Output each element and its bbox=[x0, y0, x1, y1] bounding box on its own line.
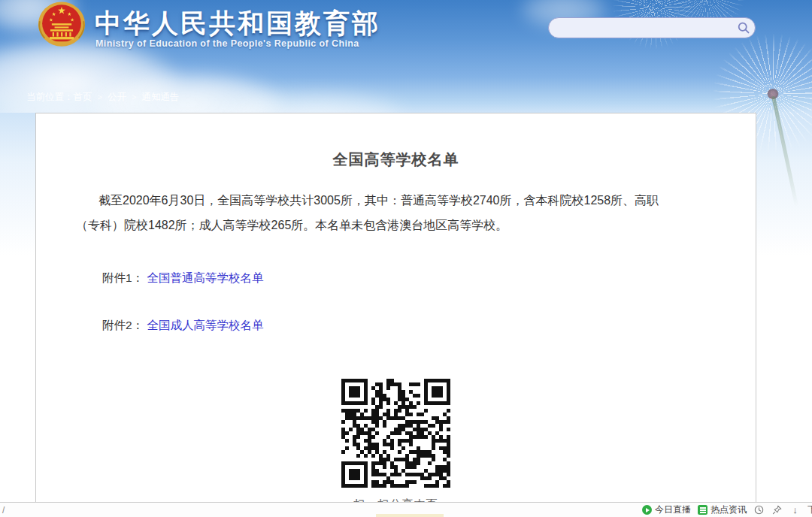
search-box bbox=[548, 17, 756, 38]
news-icon bbox=[698, 505, 707, 515]
attachment-row: 附件2： 全国成人高等学校名单 bbox=[102, 318, 756, 334]
pin-icon[interactable] bbox=[771, 504, 783, 515]
live-broadcast-label: 今日直播 bbox=[655, 503, 691, 516]
breadcrumb-separator: > bbox=[132, 92, 136, 101]
status-bar-tools: 今日直播 热点资讯 ↓ 下 bbox=[642, 503, 812, 516]
breadcrumb-link-public[interactable]: 公开 bbox=[108, 92, 126, 102]
breadcrumb: 当前位置：首页>公开>通知通告 bbox=[26, 91, 179, 104]
breadcrumb-separator: > bbox=[98, 92, 102, 101]
page: { "header": { "site_title": "中华人民共和国教育部"… bbox=[0, 0, 812, 517]
site-subtitle: Ministry of Education of the People's Re… bbox=[95, 38, 359, 49]
qr-block bbox=[36, 377, 756, 493]
live-broadcast-button[interactable]: 今日直播 bbox=[642, 503, 691, 516]
attachment-label: 附件1： bbox=[102, 271, 144, 284]
article-body-line: （专科）院校1482所；成人高等学校265所。本名单未包含港澳台地区高等学校。 bbox=[76, 213, 739, 237]
hot-news-label: 热点资讯 bbox=[710, 503, 747, 516]
history-icon[interactable] bbox=[753, 504, 765, 515]
status-strip-decoration bbox=[376, 514, 444, 517]
search-icon bbox=[737, 21, 750, 35]
live-play-icon bbox=[642, 505, 652, 515]
status-url-text: / bbox=[2, 505, 5, 515]
qr-code bbox=[340, 377, 453, 490]
site-title: 中华人民共和国教育部 bbox=[95, 6, 380, 41]
article-body: 截至2020年6月30日，全国高等学校共计3005所，其中：普通高等学校2740… bbox=[76, 188, 739, 237]
breadcrumb-link-notices[interactable]: 通知通告 bbox=[141, 92, 179, 102]
national-emblem-icon bbox=[36, 2, 87, 50]
download-icon[interactable]: ↓ bbox=[789, 504, 801, 515]
article-body-line: 截至2020年6月30日，全国高等学校共计3005所，其中：普通高等学校2740… bbox=[76, 188, 739, 213]
header-banner: 中华人民共和国教育部 Ministry of Education of the … bbox=[0, 0, 812, 113]
search-button[interactable] bbox=[732, 18, 755, 38]
breadcrumb-link-home[interactable]: 首页 bbox=[74, 92, 92, 102]
attachment-link-adult-universities[interactable]: 全国成人高等学校名单 bbox=[147, 319, 263, 331]
attachment-link-regular-universities[interactable]: 全国普通高等学校名单 bbox=[147, 271, 263, 284]
status-partial-text: 下 bbox=[807, 503, 812, 516]
content-panel: 全国高等学校名单 截至2020年6月30日，全国高等学校共计3005所，其中：普… bbox=[35, 113, 756, 502]
hot-news-button[interactable]: 热点资讯 bbox=[698, 503, 747, 516]
search-input[interactable] bbox=[549, 18, 732, 38]
breadcrumb-label: 当前位置： bbox=[26, 92, 74, 102]
attachment-label: 附件2： bbox=[102, 319, 144, 331]
attachment-row: 附件1： 全国普通高等学校名单 bbox=[102, 271, 756, 286]
article-title: 全国高等学校名单 bbox=[36, 150, 756, 170]
